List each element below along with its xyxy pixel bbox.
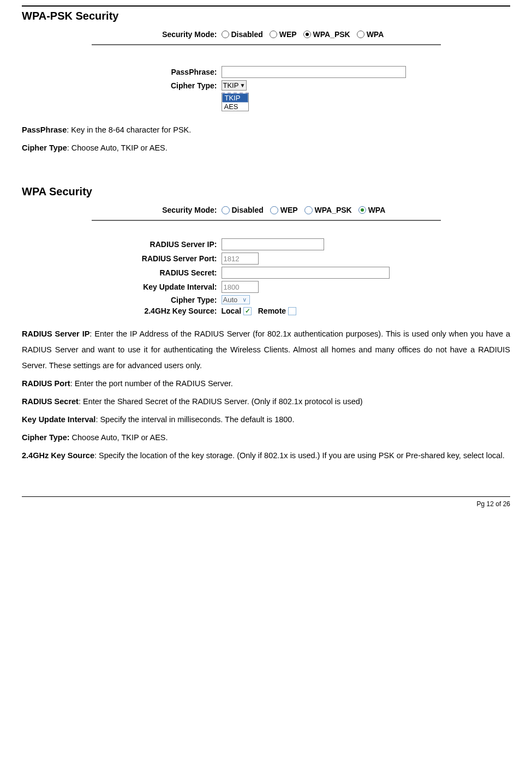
radius-ip-label: RADIUS Server IP: [92,240,222,249]
figure-wpa-psk: Security Mode: Disabled WEP WPA_PSK WPA … [92,30,441,111]
radius-ip-input[interactable] [222,238,324,250]
cipher-option-aes[interactable]: AES [222,103,248,111]
radio-wpa-psk-2[interactable] [304,206,313,214]
page-number: Pg 12 of 26 [22,497,510,508]
radio-disabled-label-2: Disabled [232,206,264,214]
radius-secret-input[interactable] [222,267,390,279]
section-title-wpa-psk: WPA-PSK Security [22,10,510,22]
radius-ip-description: RADIUS Server IP: Enter the IP Address o… [22,326,510,374]
radio-wpa-psk-label: WPA_PSK [313,30,350,39]
security-mode-label-2: Security Mode: [92,206,222,214]
radius-secret-description: RADIUS Secret: Enter the Shared Secret o… [22,394,510,410]
cipher-type-select-2[interactable]: Auto v [222,295,250,304]
cipher-dropdown[interactable]: TKIP AES [222,93,249,111]
radio-wpa-label-2: WPA [368,206,386,214]
cipher-description-2: Cipher Type: Choose Auto, TKIP or AES. [22,430,510,446]
cipher-type-select[interactable]: TKIP ▼ [222,80,247,91]
key-source-remote-label: Remote [258,307,286,315]
chevron-down-icon-2: v [241,296,248,304]
radio-wep-label: WEP [279,30,297,39]
radio-wep-2[interactable] [270,206,278,214]
radio-wpa-psk-label-2: WPA_PSK [315,206,352,214]
radio-wep[interactable] [270,31,277,38]
radius-port-label: RADIUS Server Port: [92,254,222,263]
key-update-input[interactable] [222,281,259,293]
radius-secret-label: RADIUS Secret: [92,268,222,277]
passphrase-description: PassPhrase: Key in the 8-64 character fo… [22,122,510,138]
radio-wep-label-2: WEP [280,206,298,214]
key-source-local-checkbox[interactable] [243,307,252,315]
cipher-selected-value: TKIP [223,81,239,89]
key-update-description: Key Update Interval: Specify the interva… [22,412,510,428]
radio-wpa-label: WPA [367,30,384,39]
key-source-local-label: Local [222,307,242,315]
radio-wpa-2[interactable] [358,206,366,214]
passphrase-input[interactable] [222,66,406,78]
radio-disabled[interactable] [222,31,229,38]
key-source-description: 2.4GHz Key Source: Specify the location … [22,448,510,464]
cipher-option-tkip[interactable]: TKIP [222,93,248,103]
radio-disabled-label: Disabled [231,30,263,39]
cipher-selected-value-2: Auto [223,296,238,304]
chevron-down-icon: ▼ [240,82,245,88]
figure-wpa: Security Mode: Disabled WEP WPA_PSK WPA … [92,206,441,315]
key-source-remote-checkbox[interactable] [288,307,296,315]
passphrase-label: PassPhrase: [92,68,222,76]
cipher-type-label-2: Cipher Type: [92,296,222,304]
key-update-label: Key Update Interval: [92,283,222,291]
radio-wpa-psk[interactable] [303,31,311,38]
radio-disabled-2[interactable] [222,206,230,214]
key-source-label: 2.4GHz Key Source: [92,307,222,315]
cipher-type-label: Cipher Type: [92,80,222,90]
radius-port-description: RADIUS Port: Enter the port number of th… [22,376,510,392]
security-mode-label: Security Mode: [92,30,222,39]
radio-wpa[interactable] [357,31,364,38]
radius-port-input[interactable] [222,253,259,265]
cipher-description: Cipher Type: Choose Auto, TKIP or AES. [22,140,510,156]
section-title-wpa: WPA Security [22,185,510,198]
